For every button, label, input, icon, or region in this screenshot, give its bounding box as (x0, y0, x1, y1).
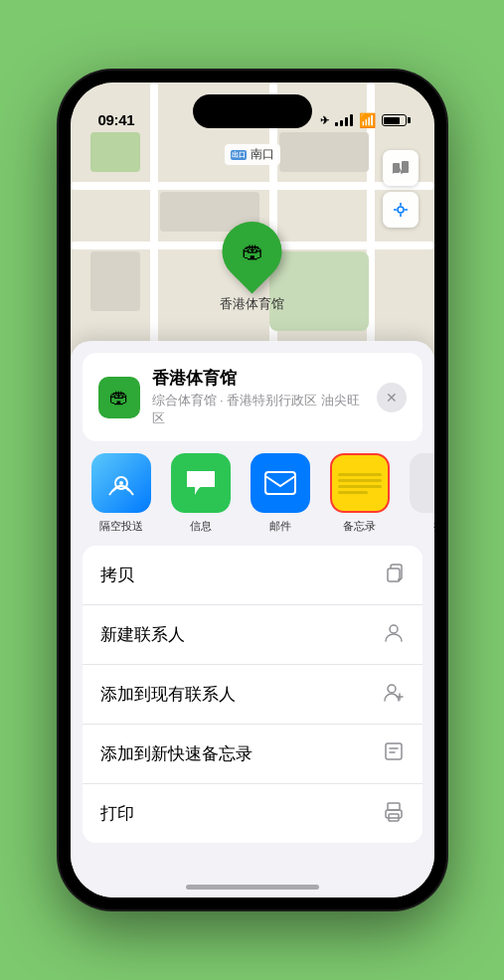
map-exit-label: 出口 南口 (225, 144, 280, 165)
svg-point-8 (119, 481, 123, 485)
svg-point-12 (388, 685, 396, 693)
action-add-existing[interactable]: 添加到现有联系人 (83, 665, 422, 725)
mail-icon[interactable] (251, 453, 310, 513)
notes-label: 备忘录 (343, 519, 376, 534)
location-card: 🏟 香港体育馆 综合体育馆 · 香港特别行政区 油尖旺区 ✕ (83, 353, 422, 441)
new-contact-icon (383, 621, 405, 648)
share-item-notes[interactable]: 备忘录 (325, 453, 395, 534)
quick-note-label: 添加到新快速备忘录 (100, 742, 252, 765)
print-label: 打印 (100, 802, 134, 825)
battery-icon (382, 114, 407, 126)
svg-rect-15 (386, 743, 402, 759)
action-print[interactable]: 打印 (83, 784, 422, 843)
exit-icon: 出口 (231, 150, 247, 160)
phone-screen: 09:41 ✈ 📶 (71, 82, 434, 898)
quick-note-icon (383, 740, 405, 767)
map-controls[interactable] (383, 150, 419, 228)
pin-circle: 🏟 (210, 210, 294, 294)
svg-point-2 (398, 207, 404, 213)
dynamic-island (193, 94, 312, 128)
location-subtitle: 综合体育馆 · 香港特别行政区 油尖旺区 (152, 392, 365, 427)
pin-label: 香港体育馆 (220, 295, 284, 313)
close-button[interactable]: ✕ (377, 383, 407, 412)
add-existing-label: 添加到现有联系人 (100, 683, 236, 706)
location-venue-icon: 🏟 (98, 377, 140, 418)
wifi-icon: 📶 (359, 112, 376, 128)
share-item-airdrop[interactable]: 隔空投送 (86, 453, 156, 534)
copy-label: 拷贝 (100, 564, 134, 586)
print-icon (383, 800, 405, 827)
map-type-button[interactable] (383, 150, 419, 186)
svg-rect-18 (388, 803, 400, 810)
svg-rect-9 (265, 472, 295, 494)
svg-point-11 (390, 625, 398, 633)
location-name: 香港体育馆 (152, 367, 365, 390)
airdrop-label: 隔空投送 (99, 519, 143, 534)
bottom-sheet: 🏟 香港体育馆 综合体育馆 · 香港特别行政区 油尖旺区 ✕ (71, 341, 434, 898)
location-info: 香港体育馆 综合体育馆 · 香港特别行政区 油尖旺区 (152, 367, 365, 427)
share-item-messages[interactable]: 信息 (166, 453, 236, 534)
status-icons: ✈ 📶 (320, 112, 407, 128)
home-indicator (186, 885, 319, 890)
signal-icon (335, 114, 353, 126)
add-existing-icon (383, 681, 405, 708)
share-item-mail[interactable]: 邮件 (246, 453, 315, 534)
status-time: 09:41 (98, 111, 135, 128)
more-icon[interactable] (410, 453, 434, 513)
airdrop-icon[interactable] (91, 453, 151, 513)
new-contact-label: 新建联系人 (100, 623, 185, 646)
action-add-quick-note[interactable]: 添加到新快速备忘录 (83, 725, 422, 784)
action-list: 拷贝 新建联系人 (83, 546, 422, 843)
location-button[interactable] (383, 192, 419, 228)
share-row: 隔空投送 信息 (71, 441, 434, 546)
messages-icon[interactable] (171, 453, 231, 513)
phone-frame: 09:41 ✈ 📶 (59, 71, 446, 909)
share-item-more[interactable]: 推 (405, 453, 434, 534)
more-label: 推 (433, 519, 434, 534)
mail-label: 邮件 (269, 519, 291, 534)
pin-icon: 🏟 (242, 239, 263, 264)
messages-label: 信息 (190, 519, 212, 534)
copy-icon (383, 562, 405, 588)
notes-icon[interactable] (330, 453, 390, 513)
map-label-text: 南口 (251, 146, 274, 163)
location-arrow-icon: ✈ (320, 114, 329, 127)
action-new-contact[interactable]: 新建联系人 (83, 605, 422, 665)
action-copy[interactable]: 拷贝 (83, 546, 422, 605)
map-pin: 🏟 香港体育馆 (220, 222, 284, 313)
